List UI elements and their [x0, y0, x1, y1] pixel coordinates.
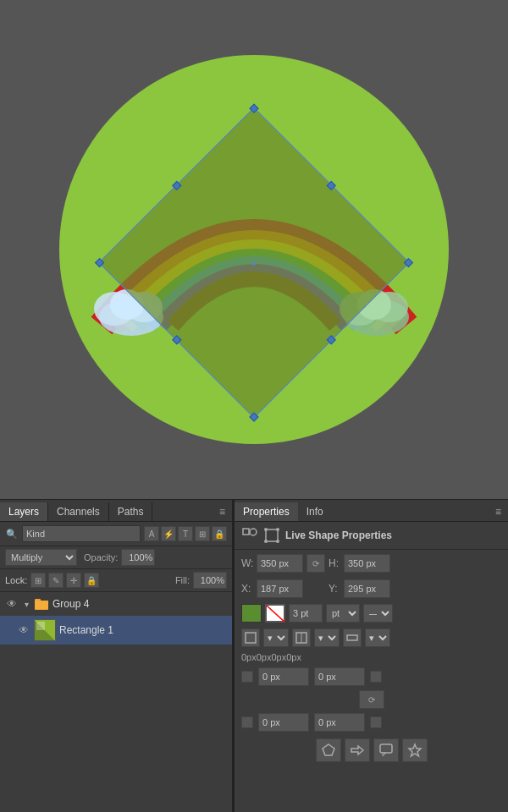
- svg-rect-13: [266, 529, 278, 541]
- height-input[interactable]: [344, 554, 390, 573]
- svg-point-15: [276, 528, 279, 531]
- radius-bl-checkbox[interactable]: [241, 716, 253, 728]
- x-input[interactable]: [257, 579, 303, 598]
- join-select[interactable]: ▾: [365, 628, 390, 647]
- width-input[interactable]: [257, 554, 303, 573]
- props-stroke-row: ptpx —- -: [235, 601, 508, 626]
- w-label: W:: [241, 557, 253, 569]
- stroke-line-select[interactable]: —- -: [363, 604, 393, 623]
- shape-type-icon: [263, 527, 280, 544]
- radius-tr-checkbox[interactable]: [370, 671, 382, 683]
- svg-rect-25: [380, 744, 392, 753]
- filter-kind-icon[interactable]: A: [144, 526, 159, 541]
- svg-rect-19: [246, 633, 256, 643]
- radius-tl-checkbox[interactable]: [241, 671, 253, 683]
- radius-br-checkbox[interactable]: [370, 716, 382, 728]
- radius-tl-input[interactable]: [258, 667, 309, 686]
- link-radius-icon[interactable]: ⟳: [359, 690, 384, 709]
- live-shape-title: Live Shape Properties: [285, 529, 392, 541]
- layer-rectangle-1[interactable]: 👁 Rectangle 1: [0, 616, 232, 645]
- props-radius-bottom-row: [235, 710, 508, 734]
- shape-arrow-btn[interactable]: [345, 738, 370, 762]
- stroke-unit-select[interactable]: ptpx: [326, 604, 360, 623]
- search-input[interactable]: Kind: [22, 525, 141, 542]
- corner-align-icon[interactable]: [292, 628, 311, 647]
- filter-color-icon[interactable]: 🔒: [212, 526, 227, 541]
- layers-search-bar: 🔍 Kind A ⚡ T ⊞ 🔒: [0, 522, 232, 546]
- shape-speech-btn[interactable]: [373, 738, 399, 762]
- link-wh-icon[interactable]: ⟳: [306, 554, 325, 573]
- layers-tabs: Layers Channels Paths ≡: [0, 500, 232, 522]
- stroke-color-swatch[interactable]: [265, 604, 285, 623]
- lock-all-icon[interactable]: 🔒: [84, 573, 99, 588]
- corner-join-icon[interactable]: [343, 628, 362, 647]
- corner-square-icon[interactable]: [241, 628, 260, 647]
- fill-input[interactable]: [193, 572, 227, 589]
- live-shape-icon: [241, 527, 258, 544]
- svg-marker-24: [351, 746, 363, 754]
- group-visibility-icon[interactable]: 👁: [5, 597, 19, 611]
- filter-attr-icon[interactable]: ⊞: [195, 526, 210, 541]
- svg-rect-22: [347, 635, 357, 640]
- svg-marker-23: [323, 744, 334, 755]
- radius-tr-input[interactable]: [314, 667, 365, 686]
- tab-layers[interactable]: Layers: [0, 502, 48, 521]
- lock-move-icon[interactable]: ✛: [66, 573, 81, 588]
- svg-point-12: [250, 529, 257, 535]
- props-menu-icon[interactable]: ≡: [489, 502, 508, 521]
- canvas-area: ✦: [0, 0, 508, 499]
- shape-star-btn[interactable]: [402, 738, 428, 762]
- svg-rect-11: [243, 529, 249, 535]
- svg-point-16: [264, 540, 268, 543]
- tab-info[interactable]: Info: [298, 502, 332, 521]
- layers-menu-icon[interactable]: ≡: [213, 502, 232, 521]
- panels-row: Layers Channels Paths ≡ 🔍 Kind A ⚡ T ⊞ 🔒…: [0, 499, 508, 812]
- handle-center: ✦: [249, 258, 258, 267]
- layers-panel: Layers Channels Paths ≡ 🔍 Kind A ⚡ T ⊞ 🔒…: [0, 499, 233, 812]
- y-input[interactable]: [344, 579, 390, 598]
- y-label: Y:: [329, 583, 340, 595]
- artwork-container: ✦: [17, 13, 491, 486]
- tab-paths[interactable]: Paths: [109, 502, 153, 521]
- fill-color-swatch[interactable]: [241, 604, 262, 623]
- props-corner-row: ▾ ▾ ▾: [235, 626, 508, 650]
- props-width-height: W: ⟳ H:: [235, 550, 508, 577]
- svg-marker-27: [409, 744, 421, 756]
- layer-group-4[interactable]: 👁 ▾ Group 4: [0, 592, 232, 616]
- layer-thumbnail: [34, 619, 56, 641]
- layers-controls: Multiply Opacity:: [0, 546, 232, 569]
- props-header: Live Shape Properties: [235, 522, 508, 550]
- h-label: H:: [329, 557, 340, 569]
- shape-pentagon-btn[interactable]: [316, 738, 341, 762]
- tab-properties[interactable]: Properties: [235, 502, 298, 521]
- filter-effect-icon[interactable]: ⚡: [161, 526, 176, 541]
- group-expand-icon[interactable]: ▾: [22, 600, 30, 608]
- lock-pixels-icon[interactable]: ⊞: [30, 573, 46, 588]
- props-tabs: Properties Info ≡: [235, 500, 508, 522]
- props-radius-top-row: [235, 665, 508, 689]
- opacity-input[interactable]: [121, 549, 155, 566]
- svg-line-18: [267, 606, 285, 623]
- tab-channels[interactable]: Channels: [48, 502, 109, 521]
- search-icon: 🔍: [5, 527, 19, 540]
- lock-icons: ⊞ ✎ ✛ 🔒: [30, 573, 99, 588]
- layer-visibility-icon[interactable]: 👁: [17, 623, 30, 637]
- blend-mode-select[interactable]: Multiply: [5, 549, 77, 566]
- radius-bl-input[interactable]: [258, 713, 309, 732]
- folder-icon: [34, 596, 49, 612]
- layer-name: Rectangle 1: [59, 624, 227, 636]
- opacity-label: Opacity:: [84, 552, 118, 562]
- props-link-center: ⟳: [235, 689, 508, 710]
- fill-label: Fill:: [175, 575, 190, 585]
- border-radius-label: 0px0px0px0px: [235, 650, 508, 665]
- radius-br-input[interactable]: [314, 713, 365, 732]
- align-select[interactable]: ▾: [314, 628, 340, 647]
- layers-list: 👁 ▾ Group 4 👁 Rectangle 1: [0, 592, 232, 645]
- lock-paint-icon[interactable]: ✎: [48, 573, 64, 588]
- svg-rect-10: [35, 601, 48, 609]
- filter-mode-icon[interactable]: T: [178, 526, 193, 541]
- stroke-width-input[interactable]: [289, 604, 323, 623]
- corner-type-select[interactable]: ▾: [263, 628, 289, 647]
- layers-lock-row: Lock: ⊞ ✎ ✛ 🔒 Fill:: [0, 569, 232, 592]
- svg-point-17: [276, 540, 279, 543]
